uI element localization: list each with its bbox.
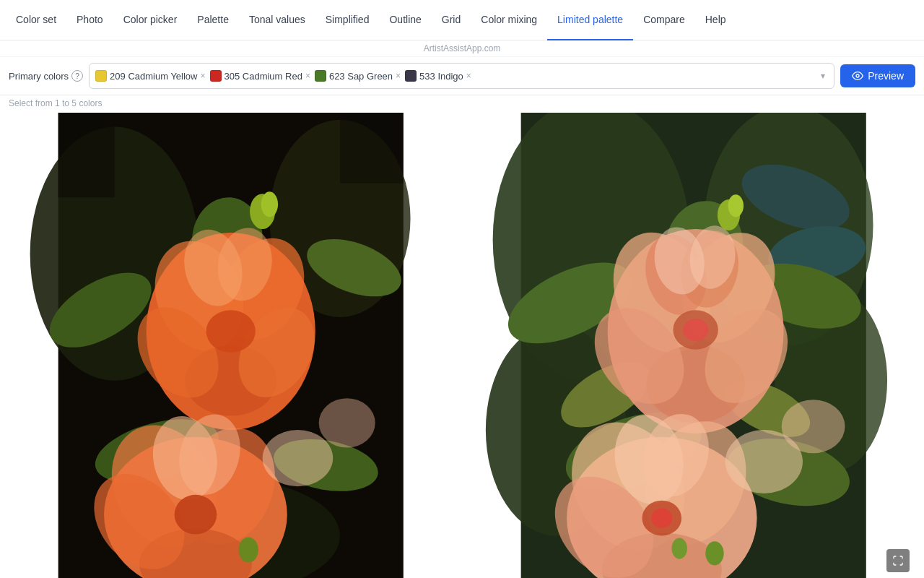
svg-rect-31	[340, 113, 404, 184]
remove-indigo[interactable]: ×	[466, 72, 471, 80]
color-selector-dropdown[interactable]: ▾	[818, 71, 828, 81]
left-flower-svg	[9, 113, 453, 578]
original-photo-image	[471, 113, 915, 578]
svg-point-0	[856, 74, 859, 77]
svg-point-28	[175, 495, 217, 535]
svg-point-11	[261, 191, 278, 217]
nav-item-limited-palette[interactable]: Limited palette	[547, 0, 633, 40]
images-container	[0, 113, 924, 578]
color-selector[interactable]: 209 Cadmium Yellow × 305 Cadmium Red × 6…	[89, 63, 834, 89]
color-swatch-cadmium-yellow	[95, 70, 107, 82]
color-swatch-indigo	[405, 70, 417, 82]
svg-point-20	[206, 310, 256, 353]
svg-point-70	[651, 508, 672, 527]
nav-item-compare[interactable]: Compare	[633, 0, 695, 40]
primary-colors-label: Primary colors ?	[9, 70, 83, 82]
color-tag-sap-green: 623 Sap Green ×	[315, 70, 401, 82]
preview-button[interactable]: Preview	[840, 64, 915, 87]
nav-item-color-mixing[interactable]: Color mixing	[471, 0, 547, 40]
subtitle-bar: ArtistAssistApp.com	[0, 40, 924, 57]
limited-palette-image	[9, 113, 453, 578]
color-tag-indigo: 533 Indigo ×	[405, 70, 471, 82]
nav-item-color-set[interactable]: Color set	[6, 0, 66, 40]
svg-point-29	[238, 537, 258, 562]
svg-rect-30	[58, 113, 115, 197]
color-hint: Select from 1 to 5 colors	[0, 95, 924, 113]
nav-item-help[interactable]: Help	[695, 0, 736, 40]
eye-icon	[852, 70, 863, 82]
nav-item-color-picker[interactable]: Color picker	[113, 0, 188, 40]
nav-item-outline[interactable]: Outline	[379, 0, 431, 40]
remove-sap-green[interactable]: ×	[396, 72, 401, 80]
toolbar: Primary colors ? 209 Cadmium Yellow × 30…	[0, 57, 924, 95]
svg-point-71	[705, 541, 723, 565]
svg-point-33	[319, 398, 375, 447]
svg-point-32	[263, 430, 334, 486]
remove-cadmium-yellow[interactable]: ×	[200, 72, 205, 80]
color-swatch-sap-green	[315, 70, 326, 82]
nav-item-simplified[interactable]: Simplified	[315, 0, 380, 40]
svg-point-72	[671, 538, 687, 558]
svg-point-61	[683, 319, 708, 341]
right-flower-svg	[471, 113, 915, 578]
color-swatch-cadmium-red	[210, 70, 222, 82]
svg-point-74	[781, 400, 845, 453]
remove-cadmium-red[interactable]: ×	[305, 72, 310, 80]
nav-item-photo[interactable]: Photo	[66, 0, 113, 40]
main-nav: Color set Photo Color picker Palette Ton…	[0, 0, 924, 40]
help-icon[interactable]: ?	[71, 70, 83, 82]
svg-point-49	[728, 194, 743, 217]
fullscreen-icon	[892, 555, 904, 566]
color-tag-cadmium-red: 305 Cadmium Red ×	[210, 70, 310, 82]
nav-item-tonal-values[interactable]: Tonal values	[239, 0, 315, 40]
color-tag-cadmium-yellow: 209 Cadmium Yellow ×	[95, 70, 205, 82]
fullscreen-button[interactable]	[886, 549, 910, 572]
nav-item-grid[interactable]: Grid	[432, 0, 471, 40]
nav-item-palette[interactable]: Palette	[187, 0, 239, 40]
